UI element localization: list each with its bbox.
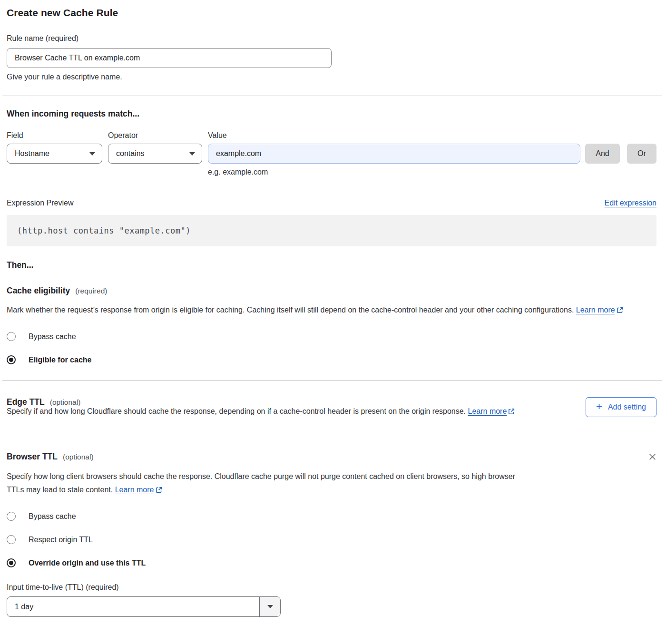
expression-preview-row: Expression Preview Edit expression (7, 199, 656, 207)
value-helper-text: e.g. example.com (208, 168, 656, 176)
match-section-heading: When incoming requests match... (7, 109, 656, 119)
browser-ttl-optional-tag: (optional) (63, 453, 94, 461)
and-button[interactable]: And (585, 144, 620, 164)
browser-ttl-heading: Browser TTL (optional) (7, 452, 94, 462)
radio-option-browser-bypass-cache[interactable]: Bypass cache (7, 512, 656, 521)
edge-ttl-description: Specify if and how long Cloudflare shoul… (7, 405, 530, 419)
browser-ttl-header-row: Browser TTL (optional) (7, 452, 656, 463)
field-select-value: Hostname (15, 149, 49, 158)
add-setting-label: Add setting (608, 403, 646, 411)
radio-unselected-icon[interactable] (7, 332, 16, 341)
expression-preview-label: Expression Preview (7, 199, 74, 207)
cache-eligibility-required-tag: (required) (75, 287, 107, 295)
browser-ttl-description-text: Specify how long client browsers should … (7, 472, 515, 494)
radio-option-bypass-cache[interactable]: Bypass cache (7, 332, 656, 341)
edge-ttl-learn-more-link[interactable]: Learn more (468, 407, 507, 415)
browser-ttl-description: Specify how long client browsers should … (7, 470, 526, 498)
cache-eligibility-heading: Cache eligibility (required) (7, 286, 656, 296)
radio-option-override-origin-ttl[interactable]: Override origin and use this TTL (7, 558, 656, 567)
radio-label: Eligible for cache (29, 356, 91, 364)
cache-eligibility-description-text: Mark whether the request’s response from… (7, 306, 574, 314)
edit-expression-link[interactable]: Edit expression (605, 199, 656, 207)
external-link-icon (617, 307, 623, 315)
browser-ttl-title: Browser TTL (7, 452, 58, 462)
expression-code-block: (http.host contains "example.com") (7, 215, 656, 246)
field-column-label: Field (7, 131, 102, 140)
divider (2, 380, 662, 381)
operator-select-value: contains (116, 149, 145, 158)
match-value-input[interactable] (208, 144, 580, 164)
or-button[interactable]: Or (627, 144, 656, 164)
browser-ttl-learn-more-link[interactable]: Learn more (115, 486, 154, 494)
divider (2, 435, 662, 435)
radio-unselected-icon[interactable] (7, 535, 16, 544)
divider (2, 96, 662, 96)
radio-label: Override origin and use this TTL (29, 559, 146, 567)
rule-name-helper: Give your rule a descriptive name. (7, 72, 656, 81)
then-heading: Then... (7, 260, 656, 270)
external-link-icon (508, 408, 515, 416)
ttl-select-dropdown-button[interactable] (259, 597, 280, 616)
match-column-labels: Field Operator Value (7, 131, 656, 140)
rule-name-input[interactable] (7, 48, 332, 68)
radio-unselected-icon[interactable] (7, 512, 16, 521)
chevron-down-icon (267, 605, 273, 608)
page-title: Create new Cache Rule (7, 7, 656, 19)
radio-selected-icon[interactable] (7, 355, 16, 364)
create-cache-rule-form: Create new Cache Rule Rule name (require… (0, 0, 666, 617)
chevron-down-icon (89, 152, 95, 156)
cache-eligibility-learn-more-link[interactable]: Learn more (576, 306, 615, 314)
add-setting-button[interactable]: +Add setting (586, 397, 656, 417)
radio-selected-icon[interactable] (7, 558, 16, 567)
ttl-select[interactable]: 1 day (7, 596, 281, 617)
radio-option-eligible-for-cache[interactable]: Eligible for cache (7, 355, 656, 364)
field-select[interactable]: Hostname (7, 144, 102, 164)
cache-eligibility-description: Mark whether the request’s response from… (7, 303, 656, 318)
value-column-label: Value (208, 131, 227, 140)
radio-option-respect-origin-ttl[interactable]: Respect origin TTL (7, 535, 656, 544)
operator-select[interactable]: contains (108, 144, 202, 164)
cache-eligibility-title: Cache eligibility (7, 286, 70, 296)
radio-label: Bypass cache (29, 512, 76, 521)
operator-column-label: Operator (108, 131, 202, 140)
radio-label: Bypass cache (29, 332, 76, 341)
rule-name-label: Rule name (required) (7, 34, 656, 43)
close-icon[interactable] (648, 453, 656, 463)
plus-icon: + (596, 401, 602, 412)
radio-label: Respect origin TTL (29, 536, 93, 544)
chevron-down-icon (189, 152, 195, 156)
match-condition-row: Hostname contains And Or (7, 144, 656, 164)
ttl-select-value: 1 day (7, 597, 259, 616)
ttl-input-label: Input time-to-live (TTL) (required) (7, 583, 656, 592)
external-link-icon (156, 487, 162, 495)
edge-ttl-description-text: Specify if and how long Cloudflare shoul… (7, 407, 466, 415)
